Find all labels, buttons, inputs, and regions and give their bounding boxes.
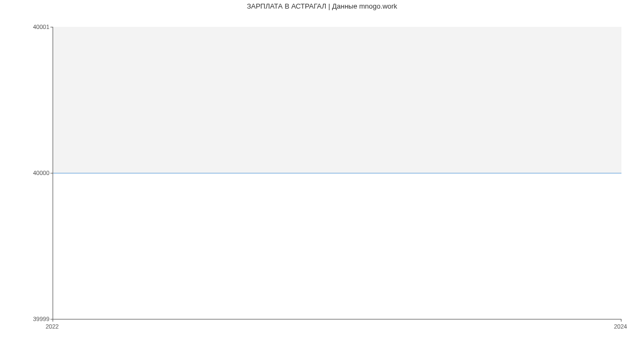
x-tick-mark xyxy=(621,319,621,322)
x-tick-mark xyxy=(53,319,53,322)
y-tick-label: 40000 xyxy=(23,170,49,176)
x-axis-line xyxy=(53,319,621,319)
y-axis-line xyxy=(53,27,53,319)
chart-container: ЗАРПЛАТА В АСТРАГАЛ | Данные mnogo.work … xyxy=(0,0,644,349)
y-tick-label: 39999 xyxy=(23,316,49,322)
chart-title: ЗАРПЛАТА В АСТРАГАЛ | Данные mnogo.work xyxy=(0,0,644,12)
x-tick-label: 2024 xyxy=(614,323,627,330)
plot-area xyxy=(53,27,621,319)
plot-unshaded-region xyxy=(53,173,621,319)
y-tick-label: 40001 xyxy=(23,24,49,30)
x-tick-label: 2022 xyxy=(46,323,58,330)
y-tick-mark xyxy=(50,27,53,27)
y-tick-mark xyxy=(50,173,53,173)
plot-shaded-region xyxy=(53,27,621,173)
